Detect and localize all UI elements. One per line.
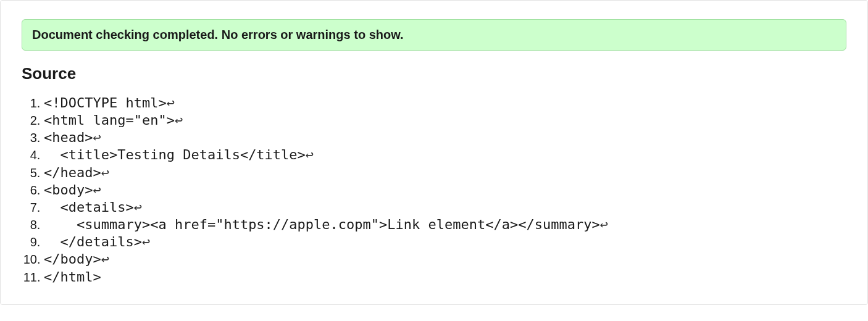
- code-text: <details>: [44, 199, 134, 215]
- code-text: </body>: [44, 251, 101, 267]
- success-message: Document checking completed. No errors o…: [32, 28, 404, 41]
- eol-icon: ↩: [93, 182, 101, 198]
- source-line: <!DOCTYPE html>↩: [44, 94, 846, 112]
- eol-icon: ↩: [142, 234, 150, 249]
- source-listing: <!DOCTYPE html>↩ <html lang="en">↩ <head…: [44, 94, 846, 286]
- eol-icon: ↩: [101, 251, 109, 267]
- eol-icon: ↩: [134, 199, 142, 215]
- code-text: <summary><a href="https://apple.copm">Li…: [44, 217, 600, 232]
- validator-output-panel: Document checking completed. No errors o…: [0, 0, 868, 305]
- code-text: </html>: [44, 269, 101, 285]
- source-line: <summary><a href="https://apple.copm">Li…: [44, 216, 846, 233]
- code-text: </head>: [44, 165, 101, 180]
- eol-icon: ↩: [306, 147, 314, 162]
- source-line: <details>↩: [44, 199, 846, 216]
- code-text: <head>: [44, 130, 93, 145]
- source-line: </html>: [44, 269, 846, 286]
- code-text: <!DOCTYPE html>: [44, 95, 167, 110]
- code-text: <body>: [44, 182, 93, 198]
- eol-icon: ↩: [93, 130, 101, 145]
- eol-icon: ↩: [600, 217, 608, 232]
- source-line: <head>↩: [44, 129, 846, 146]
- source-line: </body>↩: [44, 251, 846, 268]
- source-line: <title>Testing Details</title>↩: [44, 146, 846, 164]
- eol-icon: ↩: [167, 95, 175, 110]
- source-heading: Source: [22, 64, 846, 83]
- code-text: <title>Testing Details</title>: [44, 147, 306, 162]
- code-text: </details>: [44, 234, 142, 249]
- source-line: </details>↩: [44, 233, 846, 251]
- source-line: <html lang="en">↩: [44, 112, 846, 129]
- source-line: <body>↩: [44, 181, 846, 199]
- source-line: </head>↩: [44, 164, 846, 181]
- eol-icon: ↩: [175, 112, 183, 128]
- success-banner: Document checking completed. No errors o…: [22, 19, 846, 51]
- eol-icon: ↩: [101, 165, 109, 180]
- code-text: <html lang="en">: [44, 112, 175, 128]
